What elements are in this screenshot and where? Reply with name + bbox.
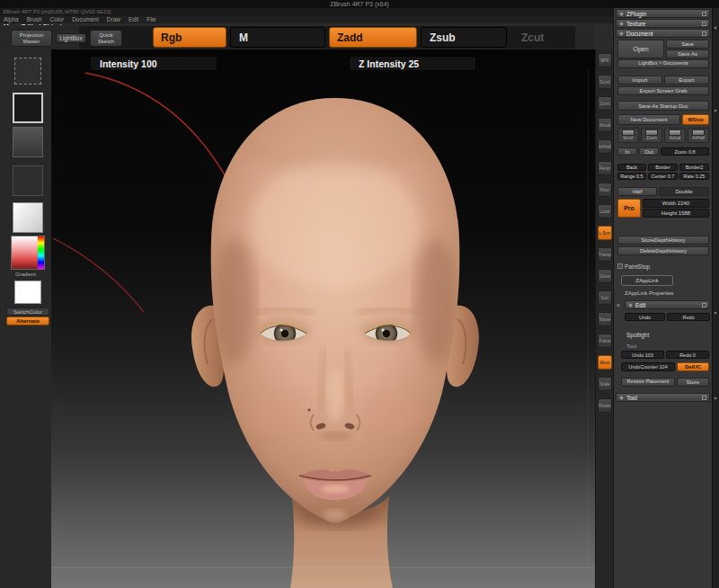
edit-undo-slider[interactable]: Undo (625, 313, 665, 321)
tray-collapse-icon[interactable]: ◀ (714, 396, 716, 400)
doc-lightbox-documents-button[interactable]: LightBox > Documents (617, 59, 709, 68)
shelf-icon-move[interactable]: Move (598, 355, 612, 370)
popout-icon[interactable] (702, 12, 706, 16)
menu-file[interactable]: File (146, 16, 155, 23)
zadd-button[interactable]: Zadd (329, 27, 417, 48)
doc-delete-depth-history-button[interactable]: DeleteDepthHistory (617, 246, 709, 255)
doc-border2-swatch[interactable]: Border2 (679, 164, 709, 171)
zapplink-properties-label[interactable]: ZAppLink Properties (625, 290, 673, 296)
doc-pro-button[interactable]: Pro (617, 199, 641, 218)
stroke-selector[interactable] (13, 93, 43, 123)
zsub-button[interactable]: Zsub (421, 27, 507, 48)
alpha-selector[interactable] (13, 127, 43, 157)
palette-header-edit[interactable]: Edit (625, 300, 710, 309)
switchcolor-button[interactable]: SwitchColor (6, 307, 49, 316)
doc-back-swatch[interactable]: Back (617, 164, 646, 171)
doc-nav-actual-icon[interactable]: Actual (664, 128, 686, 143)
doc-width-slider[interactable]: Width 2240 (643, 199, 709, 208)
shelf-icon-bpr[interactable]: BPR (598, 53, 612, 67)
doc-double-button[interactable]: Double (659, 187, 709, 196)
doc-save-startup-button[interactable]: Save As Startup Doc (617, 101, 709, 111)
shelf-icon-floor[interactable]: Floor (598, 183, 612, 197)
paintstop-label[interactable]: PaintStop (625, 263, 650, 270)
quicksketch-button[interactable]: Quick Sketch (90, 30, 122, 47)
alternate-button[interactable]: Alternate (6, 316, 49, 325)
popout-icon[interactable] (702, 396, 706, 400)
restore-placement-button[interactable]: Restore Placement (621, 378, 675, 387)
palette-header-document[interactable]: Document (616, 29, 710, 38)
shelf-icon-scale[interactable]: Scale (598, 377, 612, 391)
window-titlebar[interactable]: ZBrush 4R7 P3 (x64) (0, 0, 719, 8)
shelf-icon-aahalf[interactable]: AAHalf (598, 139, 612, 154)
rgb-intensity-slider[interactable]: Intensity 100 (90, 56, 217, 71)
tray-collapse-icon[interactable]: ◀ (714, 25, 716, 30)
doc-save-button[interactable]: Save (666, 40, 709, 49)
doc-height-slider[interactable]: Height 1588 (643, 209, 709, 218)
menu-color[interactable]: Color (50, 16, 65, 23)
shelf-icon-actual[interactable]: Actual (598, 118, 612, 132)
menu-edit[interactable]: Edit (129, 16, 138, 23)
edit-close-icon[interactable]: × (617, 302, 620, 308)
shelf-icon-zoom[interactable]: Zoom (598, 96, 612, 111)
palette-header-zplugin[interactable]: ZPlugin (616, 9, 710, 18)
z-intensity-slider[interactable]: Z Intensity 25 (349, 56, 476, 71)
shelf-icon-ghost[interactable]: Ghost (598, 269, 612, 283)
doc-wsize-button[interactable]: WSize (682, 114, 709, 125)
menu-document[interactable]: Document (72, 16, 99, 23)
doc-save-as-button[interactable]: Save As (666, 49, 709, 58)
m-button[interactable]: M (230, 27, 325, 48)
tool-undo-counter-slider[interactable]: Undo 103 (621, 351, 664, 359)
doc-open-button[interactable]: Open (617, 40, 664, 58)
doc-half-button[interactable]: Half (617, 187, 657, 196)
doc-import-button[interactable]: Import (617, 76, 662, 85)
menu-alpha[interactable]: Alpha (4, 16, 19, 23)
popout-icon[interactable] (702, 22, 706, 26)
doc-border-swatch[interactable]: Border (648, 164, 678, 171)
undocounter-slider[interactable]: UndoCounter 104 (621, 362, 675, 371)
texture-selector[interactable] (13, 165, 43, 196)
popout-icon[interactable] (702, 303, 706, 307)
popout-icon[interactable] (702, 31, 706, 36)
tray-collapse-icon[interactable]: ◀ (714, 310, 716, 315)
edit-redo-slider[interactable]: Redo (667, 313, 710, 321)
shelf-icon-transp[interactable]: Transp (598, 247, 612, 262)
doc-export-button[interactable]: Export (664, 76, 709, 85)
doc-rate-slider[interactable]: Rate 0.25 (679, 173, 709, 180)
shelf-icon-local[interactable]: Local (598, 204, 612, 218)
menu-draw[interactable]: Draw (107, 16, 120, 23)
current-color-swatch[interactable] (14, 281, 41, 304)
projection-master-button[interactable]: Projection Master (11, 30, 52, 47)
zapplink-button[interactable]: ZAppLink (621, 275, 673, 286)
doc-zoom-out-button[interactable]: Out (639, 147, 659, 156)
doc-nav-aahalf-icon[interactable]: AAHalf (688, 128, 709, 143)
doc-zoom-in-button[interactable]: In (617, 147, 637, 156)
doc-export-screen-grab-button[interactable]: Export Screen Grab (617, 86, 709, 95)
lightbox-button[interactable]: LightBox (56, 33, 86, 43)
color-picker[interactable] (11, 236, 45, 270)
deluc-button[interactable]: DelUC (677, 362, 709, 371)
shelf-icon-solo[interactable]: Solo (598, 290, 612, 305)
tray-collapse-icon[interactable]: ◀ (714, 108, 716, 112)
doc-new-document-button[interactable]: New Document (617, 114, 680, 125)
palette-header-tool[interactable]: Tool (616, 393, 710, 402)
doc-store-depth-history-button[interactable]: StoreDepthHistory (617, 236, 709, 245)
doc-nav-scroll-icon[interactable]: Scroll (617, 128, 639, 143)
shelf-icon-xpose[interactable]: Xpose (598, 312, 612, 326)
shelf-icon-rotate[interactable]: Rotate (598, 398, 612, 413)
brush-selector[interactable] (14, 58, 41, 85)
doc-zoom-slider[interactable]: Zoom 0.8 (661, 147, 709, 156)
color-picker-hue-strip[interactable] (38, 236, 44, 269)
shelf-icon-l-sym[interactable]: L.Sym (598, 226, 612, 240)
shelf-icon-persp[interactable]: Persp (598, 161, 612, 175)
palette-header-texture[interactable]: Texture (616, 19, 710, 28)
doc-center-slider[interactable]: Center 0.7 (648, 173, 678, 180)
shelf-icon-frame[interactable]: Frame (598, 334, 612, 348)
store-button[interactable]: Store (677, 378, 709, 387)
document-canvas[interactable] (51, 49, 595, 588)
doc-range-slider[interactable]: Range 0.5 (617, 173, 646, 180)
material-selector[interactable] (13, 202, 43, 233)
shelf-icon-scroll[interactable]: Scroll (598, 75, 612, 89)
spotlight-label[interactable]: Spotlight (626, 332, 649, 338)
tool-redo-counter-slider[interactable]: Redo 0 (666, 351, 709, 359)
menu-brush[interactable]: Brush (27, 16, 42, 23)
